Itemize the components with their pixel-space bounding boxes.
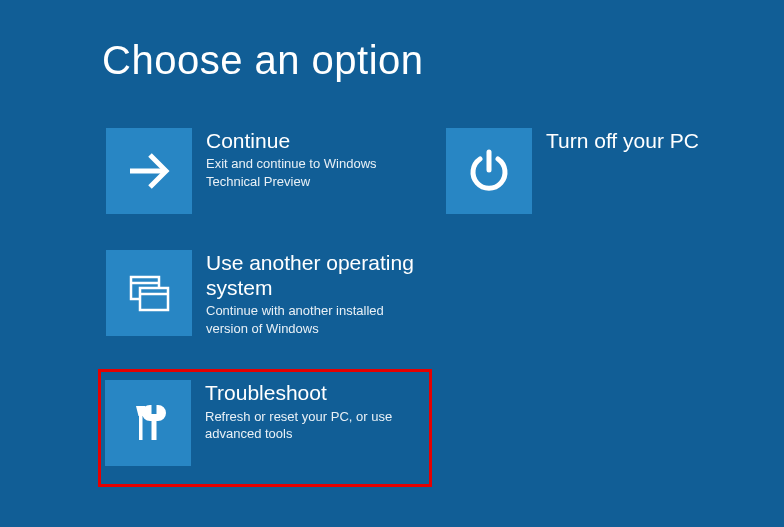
turn-off-text: Turn off your PC [546, 128, 699, 155]
svg-rect-3 [140, 288, 168, 310]
troubleshoot-text: Troubleshoot Refresh or reset your PC, o… [205, 380, 420, 442]
turn-off-option[interactable]: Turn off your PC [442, 124, 742, 218]
troubleshoot-tile [105, 380, 191, 466]
continue-option[interactable]: Continue Exit and continue to Windows Te… [102, 124, 432, 218]
use-another-os-title: Use another operating system [206, 250, 428, 300]
troubleshoot-option[interactable]: Troubleshoot Refresh or reset your PC, o… [98, 369, 432, 487]
use-another-os-desc: Continue with another installed version … [206, 302, 421, 337]
arrow-right-icon [122, 144, 176, 198]
page-title: Choose an option [0, 0, 784, 83]
power-icon [462, 144, 516, 198]
options-grid: Continue Exit and continue to Windows Te… [102, 124, 742, 497]
tools-icon [121, 396, 175, 450]
use-another-os-option[interactable]: Use another operating system Continue wi… [102, 246, 432, 341]
turn-off-title: Turn off your PC [546, 128, 699, 153]
windows-stack-icon [122, 266, 176, 320]
options-column-left: Continue Exit and continue to Windows Te… [102, 124, 432, 497]
continue-text: Continue Exit and continue to Windows Te… [206, 128, 421, 190]
options-column-right: Turn off your PC [442, 124, 742, 246]
use-another-os-tile [106, 250, 192, 336]
troubleshoot-title: Troubleshoot [205, 380, 420, 405]
use-another-os-text: Use another operating system Continue wi… [206, 250, 428, 337]
continue-title: Continue [206, 128, 421, 153]
svg-rect-5 [139, 416, 143, 440]
continue-desc: Exit and continue to Windows Technical P… [206, 155, 421, 190]
turn-off-tile [446, 128, 532, 214]
continue-tile [106, 128, 192, 214]
troubleshoot-desc: Refresh or reset your PC, or use advance… [205, 408, 420, 443]
